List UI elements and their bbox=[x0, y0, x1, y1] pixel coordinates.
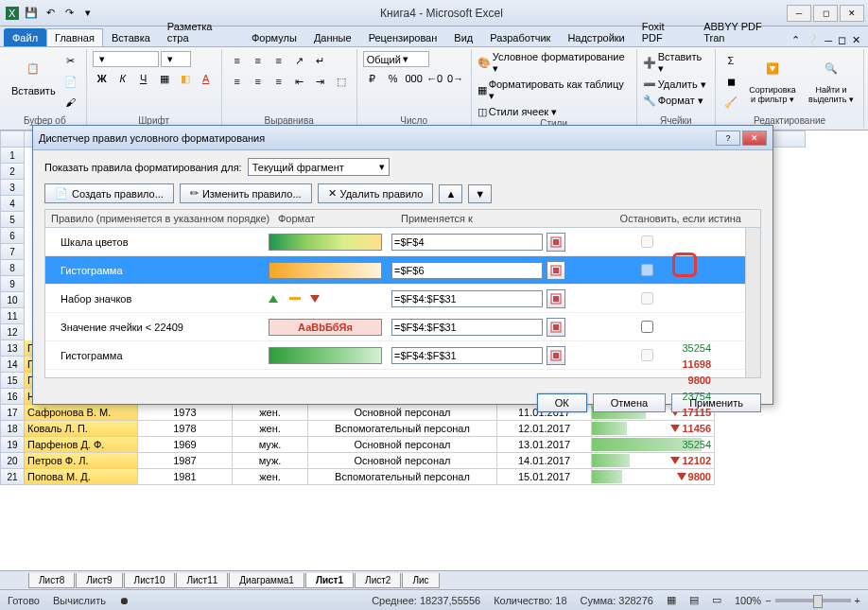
align-bot-icon[interactable]: ≡ bbox=[269, 51, 288, 70]
tab-home[interactable]: Главная bbox=[46, 28, 103, 46]
row-header[interactable]: 6 bbox=[0, 228, 25, 244]
row-header[interactable]: 19 bbox=[0, 437, 25, 453]
rule-row[interactable]: Значение ячейки < 22409 АаВbБбЯя bbox=[45, 313, 760, 341]
format-cells-button[interactable]: 🔧 Формат ▾ bbox=[643, 95, 709, 107]
rule-row[interactable]: Набор значков bbox=[45, 285, 760, 313]
merge-icon[interactable]: ⬚ bbox=[332, 72, 351, 91]
applies-to-input[interactable] bbox=[391, 290, 543, 307]
find-button[interactable]: 🔍 Найти и выделить ▾ bbox=[805, 51, 858, 115]
range-select-button[interactable] bbox=[547, 346, 565, 365]
cell-value[interactable]: 9800 bbox=[592, 469, 715, 485]
cell-name[interactable]: Попова М. Д. bbox=[25, 469, 138, 485]
dialog-close-button[interactable]: ✕ bbox=[742, 131, 767, 146]
copy-icon[interactable]: 📄 bbox=[61, 72, 80, 91]
row-header[interactable]: 2 bbox=[0, 164, 25, 180]
excel-icon[interactable]: X bbox=[4, 5, 21, 22]
cell-name[interactable]: Парфенов Д. Ф. bbox=[25, 437, 138, 453]
show-rules-select[interactable]: Текущий фрагмент▾ bbox=[248, 158, 390, 176]
row-header[interactable]: 3 bbox=[0, 180, 25, 196]
align-center-icon[interactable]: ≡ bbox=[249, 72, 268, 91]
insert-cells-button[interactable]: ➕ Вставить ▾ bbox=[643, 51, 709, 75]
border-icon[interactable]: ▦ bbox=[155, 69, 174, 88]
view-break-icon[interactable]: ▭ bbox=[712, 594, 721, 606]
row-header[interactable]: 15 bbox=[0, 373, 25, 389]
tab-abbyy[interactable]: ABBYY PDF Tran bbox=[695, 17, 791, 46]
row-header[interactable]: 10 bbox=[0, 292, 25, 308]
orientation-icon[interactable]: ↗ bbox=[290, 51, 309, 70]
number-format-combo[interactable]: Общий▾ bbox=[363, 51, 429, 67]
bold-button[interactable]: Ж bbox=[93, 69, 112, 88]
cell-year[interactable]: 1978 bbox=[138, 421, 233, 437]
ok-button[interactable]: ОК bbox=[537, 393, 587, 412]
row-header[interactable]: 12 bbox=[0, 324, 25, 340]
range-select-button[interactable] bbox=[547, 318, 565, 337]
cell-dept[interactable]: Вспомогательный персонал bbox=[308, 421, 497, 437]
row-header[interactable]: 11 bbox=[0, 308, 25, 324]
sort-filter-button[interactable]: 🔽 Сортировка и фильтр ▾ bbox=[744, 51, 801, 115]
doc-close-icon[interactable]: ✕ bbox=[852, 34, 860, 46]
cell-year[interactable]: 1981 bbox=[138, 469, 233, 485]
cell-dept[interactable]: Вспомогательный персонал bbox=[308, 469, 497, 485]
table-fmt-button[interactable]: ▦ Форматировать как таблицу ▾ bbox=[477, 78, 631, 102]
rule-row[interactable]: Шкала цветов bbox=[45, 228, 760, 256]
indent-inc-icon[interactable]: ⇥ bbox=[311, 72, 330, 91]
view-layout-icon[interactable]: ▤ bbox=[689, 594, 699, 606]
fill-icon[interactable]: ◼ bbox=[721, 72, 740, 91]
cell-date[interactable]: 13.01.2017 bbox=[497, 437, 592, 453]
cell-value[interactable]: 11456 bbox=[592, 421, 715, 437]
row-header[interactable]: 18 bbox=[0, 421, 25, 437]
range-select-button[interactable] bbox=[547, 233, 565, 252]
comma-icon[interactable]: 000 bbox=[405, 69, 424, 88]
tab-developer[interactable]: Разработчик bbox=[481, 28, 559, 46]
cell-value[interactable]: 12102 bbox=[592, 453, 715, 469]
qat-dropdown-icon[interactable]: ▾ bbox=[79, 5, 96, 22]
tab-view[interactable]: Вид bbox=[445, 28, 481, 46]
row-header[interactable]: 17 bbox=[0, 405, 25, 421]
tab-file[interactable]: Файл bbox=[4, 28, 46, 46]
stop-if-true-checkbox[interactable] bbox=[641, 349, 653, 361]
help-icon[interactable]: ❔ bbox=[806, 34, 819, 46]
sheet-tab[interactable]: Лист9 bbox=[76, 573, 122, 588]
underline-button[interactable]: Ч bbox=[134, 69, 153, 88]
cond-fmt-button[interactable]: 🎨 Условное форматирование ▾ bbox=[477, 51, 631, 75]
autosum-icon[interactable]: Σ bbox=[721, 51, 740, 70]
wrap-icon[interactable]: ↵ bbox=[311, 51, 330, 70]
doc-minimize-icon[interactable]: ─ bbox=[825, 35, 832, 46]
inc-decimal-icon[interactable]: ←0 bbox=[425, 69, 444, 88]
rules-scrollbar[interactable] bbox=[745, 228, 760, 377]
rule-row-selected[interactable]: Гистограмма bbox=[45, 256, 760, 285]
applies-to-input[interactable] bbox=[391, 347, 543, 364]
sheet-tab-active[interactable]: Лист1 bbox=[305, 573, 354, 588]
row-header[interactable]: 7 bbox=[0, 244, 25, 260]
undo-icon[interactable]: ↶ bbox=[42, 5, 59, 22]
format-painter-icon[interactable]: 🖌 bbox=[61, 93, 80, 112]
doc-restore-icon[interactable]: ◻ bbox=[838, 34, 846, 46]
new-rule-button[interactable]: 📄Создать правило... bbox=[44, 183, 174, 203]
tab-layout[interactable]: Разметка стра bbox=[159, 17, 243, 46]
cell-year[interactable]: 1987 bbox=[138, 453, 233, 469]
maximize-button[interactable]: ◻ bbox=[813, 5, 838, 22]
delete-cells-button[interactable]: ➖ Удалить ▾ bbox=[643, 78, 709, 91]
cell-dept[interactable]: Основной персонал bbox=[308, 453, 497, 469]
stop-if-true-checkbox[interactable] bbox=[641, 292, 653, 305]
fill-color-icon[interactable]: ◧ bbox=[176, 69, 195, 88]
sheet-tab[interactable]: Лист10 bbox=[124, 573, 176, 588]
applies-to-input[interactable] bbox=[391, 262, 543, 279]
font-name-combo[interactable]: ▾ bbox=[93, 51, 159, 67]
move-down-button[interactable]: ▼ bbox=[468, 184, 492, 203]
cell-value[interactable]: 35254 bbox=[592, 437, 715, 453]
cell-styles-button[interactable]: ◫ Стили ячеек ▾ bbox=[477, 106, 631, 118]
view-normal-icon[interactable]: ▦ bbox=[667, 594, 676, 606]
rule-row[interactable]: Гистограмма bbox=[45, 341, 760, 370]
align-left-icon[interactable]: ≡ bbox=[228, 72, 247, 91]
tab-formulas[interactable]: Формулы bbox=[243, 28, 305, 46]
font-size-combo[interactable]: ▾ bbox=[161, 51, 191, 67]
cell-year[interactable]: 1969 bbox=[138, 437, 233, 453]
cut-icon[interactable]: ✂ bbox=[61, 51, 80, 70]
cell-date[interactable]: 12.01.2017 bbox=[497, 421, 592, 437]
font-color-icon[interactable]: А bbox=[197, 69, 216, 88]
row-header[interactable]: 14 bbox=[0, 357, 25, 373]
edit-rule-button[interactable]: ✏Изменить правило... bbox=[180, 183, 312, 203]
sheet-tab[interactable]: Лис bbox=[402, 573, 439, 588]
row-header[interactable]: 4 bbox=[0, 196, 25, 212]
